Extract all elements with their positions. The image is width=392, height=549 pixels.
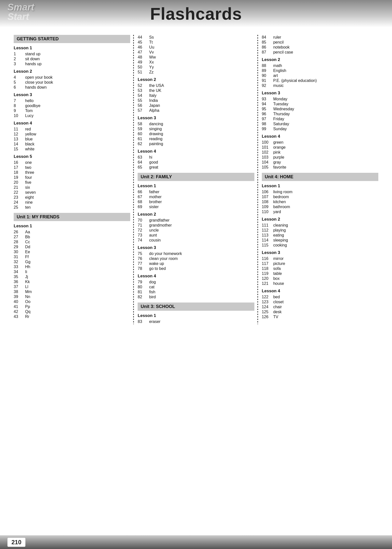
list-item: 85pencil — [262, 40, 378, 45]
item-number: 24 — [14, 200, 25, 205]
item-number: 5 — [14, 80, 25, 85]
item-number: 67 — [138, 195, 149, 199]
item-number: 114 — [262, 238, 273, 243]
item-text: Monday — [273, 97, 287, 101]
item-text: Kk — [25, 280, 30, 284]
list-item: 77wake up — [138, 261, 254, 266]
item-number: 102 — [262, 150, 273, 155]
item-number: 77 — [138, 261, 149, 266]
list-item: 97Friday — [262, 117, 378, 122]
item-number: 70 — [138, 218, 149, 223]
item-text: favorite — [273, 165, 286, 170]
list-item: 70grandfather — [138, 218, 254, 223]
item-number: 118 — [262, 266, 273, 271]
item-number: 71 — [138, 223, 149, 228]
list-item: 108kitchen — [262, 199, 378, 204]
item-text: sister — [149, 205, 159, 209]
item-number: 12 — [14, 132, 25, 136]
item-number: 34 — [14, 270, 25, 274]
item-text: do your homework — [149, 251, 182, 256]
column-3: 84ruler85pencil86notebook87pencil caseLe… — [258, 35, 382, 324]
item-text: great — [149, 165, 158, 170]
lesson-header-1-1: Lesson 2 — [262, 217, 378, 222]
item-text: Qq — [25, 309, 30, 314]
item-text: ruler — [273, 35, 281, 40]
list-item: 109bathroom — [262, 204, 378, 209]
item-text: the USA — [149, 83, 164, 88]
list-item: 74cousin — [138, 238, 254, 243]
lesson-header-0-3: Lesson 4 — [138, 149, 254, 154]
item-text: Jj — [25, 275, 28, 279]
list-item: 28Cc — [14, 240, 130, 244]
item-text: Vv — [149, 50, 154, 55]
list-item: 82bird — [138, 295, 254, 300]
list-item: 25ten — [14, 205, 130, 210]
item-text: Alpha — [149, 108, 159, 113]
item-text: Aa — [25, 230, 30, 234]
item-text: Lucy — [25, 114, 34, 118]
item-number: 31 — [14, 255, 25, 259]
lesson-header-0-0: Lesson 1 — [14, 46, 130, 51]
item-text: wake up — [149, 261, 164, 266]
item-text: kitchen — [273, 200, 286, 204]
list-item: 87pencil case — [262, 50, 378, 55]
item-number: 58 — [138, 122, 149, 126]
list-item: 13blue — [14, 137, 130, 142]
lesson-header-0-2: Lesson 3 — [262, 91, 378, 96]
logo-smart: Smart — [7, 2, 45, 12]
lesson-header-1-3: Lesson 4 — [262, 289, 378, 294]
item-number: 73 — [138, 233, 149, 238]
item-text: India — [149, 98, 158, 103]
item-number: 59 — [138, 127, 149, 131]
item-text: Tt — [149, 40, 153, 45]
item-text: dog — [149, 280, 156, 284]
list-item: 95Wednesday — [262, 107, 378, 112]
list-item: 31Ff — [14, 254, 130, 259]
list-item: 10Lucy — [14, 113, 130, 118]
item-number: 61 — [138, 137, 149, 141]
item-number: 110 — [262, 210, 273, 214]
item-text: Italy — [149, 93, 156, 98]
item-text: eraser — [149, 319, 160, 324]
item-text: purple — [273, 155, 284, 160]
list-item: 106living room — [262, 189, 378, 194]
item-number: 63 — [138, 155, 149, 160]
list-item: 47Vv — [138, 50, 254, 55]
list-item: 17two — [14, 165, 130, 170]
list-item: 56Japan — [138, 103, 254, 108]
list-item: 52the USA — [138, 83, 254, 88]
item-number: 92 — [262, 83, 273, 88]
section-header-0: GETTING STARTED — [14, 35, 130, 43]
list-item: 72uncle — [138, 228, 254, 233]
item-text: yard — [273, 210, 281, 214]
item-number: 2 — [14, 57, 25, 61]
item-text: English — [273, 68, 286, 73]
item-text: Thursday — [273, 112, 290, 116]
item-number: 113 — [262, 233, 273, 238]
list-item: 23eight — [14, 195, 130, 200]
item-number: 16 — [14, 160, 25, 165]
item-text: yellow — [25, 132, 36, 136]
item-text: Zz — [149, 70, 154, 74]
item-text: white — [25, 147, 34, 151]
item-text: five — [25, 180, 31, 185]
item-text: seven — [25, 190, 36, 195]
item-text: reading — [149, 137, 162, 141]
list-item: 122bed — [262, 295, 378, 300]
item-number: 33 — [14, 265, 25, 269]
list-item: 80cat — [138, 285, 254, 290]
item-number: 107 — [262, 195, 273, 199]
item-number: 117 — [262, 261, 273, 266]
list-item: 33Hh — [14, 264, 130, 269]
item-text: ten — [25, 205, 31, 210]
item-text: bathroom — [273, 205, 290, 209]
lesson-header-0-3: Lesson 4 — [14, 121, 130, 126]
list-item: 76clean your room — [138, 256, 254, 261]
item-text: go to bed — [149, 266, 166, 271]
item-number: 19 — [14, 175, 25, 180]
item-number: 28 — [14, 240, 25, 244]
list-item: 65great — [138, 165, 254, 170]
item-text: bird — [149, 295, 156, 299]
item-text: eating — [273, 233, 284, 238]
list-item: 3hands up — [14, 61, 130, 66]
